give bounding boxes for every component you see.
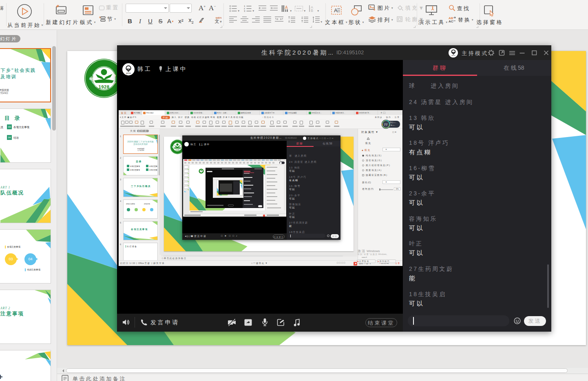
svg-text:genus: genus — [126, 72, 131, 74]
svg-text:1928: 1928 — [175, 149, 179, 151]
svg-text:B: B — [311, 9, 313, 13]
svg-text:AC: AC — [449, 20, 453, 23]
svg-text:A: A — [334, 7, 338, 13]
svg-text:77: 77 — [384, 123, 388, 126]
svg-text:A: A — [285, 5, 288, 10]
svg-text:1: 1 — [244, 5, 245, 7]
svg-text:3: 3 — [244, 10, 245, 12]
svg-text:1928: 1928 — [98, 84, 109, 89]
svg-text:genus: genus — [451, 55, 455, 56]
svg-text:z: z — [244, 7, 245, 10]
